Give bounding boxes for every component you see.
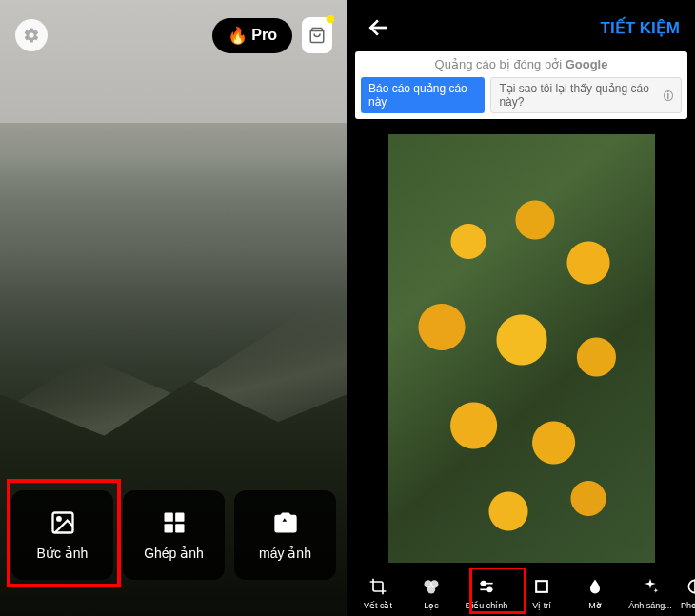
collage-card[interactable]: Ghép ảnh: [123, 490, 225, 580]
shop-button[interactable]: [302, 17, 332, 53]
sliders-icon: [477, 577, 496, 596]
svg-rect-4: [175, 513, 184, 522]
tool-label: Vết cắt: [364, 601, 392, 610]
svg-point-16: [688, 580, 695, 592]
svg-rect-3: [164, 513, 172, 522]
svg-rect-5: [164, 524, 172, 532]
editor-panel: TIẾT KIỆM Quảng cáo bị đóng bởi Google B…: [348, 0, 695, 616]
svg-point-10: [427, 586, 435, 593]
save-button[interactable]: TIẾT KIỆM: [601, 18, 680, 38]
svg-rect-6: [175, 524, 184, 532]
svg-point-14: [487, 587, 491, 591]
camera-icon: [271, 509, 300, 536]
svg-rect-15: [536, 581, 547, 592]
photo-card[interactable]: Bức ảnh: [11, 490, 113, 580]
card-label: Bức ảnh: [37, 546, 89, 561]
card-label: máy ảnh: [259, 546, 311, 561]
camera-card[interactable]: máy ảnh: [234, 490, 336, 580]
report-ad-button[interactable]: Báo cáo quảng cáo này: [361, 77, 485, 113]
arrow-left-icon: [367, 15, 391, 40]
edited-image: [388, 134, 655, 563]
card-label: Ghép ảnh: [144, 546, 204, 561]
tool-filter[interactable]: Lọc: [407, 576, 456, 610]
home-panel: 🔥 Pro Bức ảnh Ghép ảnh máy ảnh: [0, 0, 348, 616]
tool-label: Điều chỉnh: [466, 601, 508, 610]
grid-icon: [160, 509, 189, 536]
tool-adjust[interactable]: Điều chỉnh: [460, 576, 513, 610]
tool-label: Vị trí: [532, 601, 551, 610]
tool-label: Phơi sá: [681, 601, 695, 610]
pro-button[interactable]: 🔥 Pro: [212, 18, 292, 53]
image-icon: [49, 509, 77, 536]
filter-icon: [422, 577, 441, 596]
canvas-area[interactable]: [348, 129, 695, 568]
info-icon: i: [664, 90, 673, 101]
square-icon: [532, 577, 551, 596]
settings-button[interactable]: [15, 19, 48, 51]
sparkle-icon: [641, 577, 660, 596]
tool-label: Lọc: [424, 601, 439, 610]
tool-position[interactable]: Vị trí: [517, 576, 566, 610]
why-ad-button[interactable]: Tại sao tôi lại thấy quảng cáo này? i: [490, 77, 682, 113]
tool-label: Mờ: [588, 601, 602, 610]
svg-point-2: [57, 517, 61, 521]
svg-point-12: [482, 582, 486, 586]
shopping-bag-icon: [308, 27, 326, 44]
tool-strip[interactable]: Vết cắt Lọc Điều chỉnh Vị trí Mờ Ánh sán…: [348, 568, 695, 616]
tool-label: Ánh sáng...: [628, 601, 672, 610]
drop-icon: [586, 577, 605, 596]
back-button[interactable]: [363, 11, 395, 44]
tool-exporsure[interactable]: Ánh sáng...: [624, 576, 677, 610]
pro-label: Pro: [251, 27, 277, 44]
crop-icon: [368, 577, 387, 596]
google-logo-text: Google: [566, 57, 608, 71]
tool-more[interactable]: Phơi sá: [681, 576, 695, 610]
circle-half-icon: [685, 577, 695, 596]
gear-icon: [23, 27, 40, 44]
flame-icon: 🔥: [228, 26, 248, 46]
tool-crop[interactable]: Vết cắt: [353, 576, 403, 610]
ad-closed-banner: Quảng cáo bị đóng bởi Google Báo cáo quả…: [355, 51, 687, 119]
ad-closed-text: Quảng cáo bị đóng bởi Google: [361, 57, 682, 71]
tool-blur[interactable]: Mờ: [570, 576, 620, 610]
